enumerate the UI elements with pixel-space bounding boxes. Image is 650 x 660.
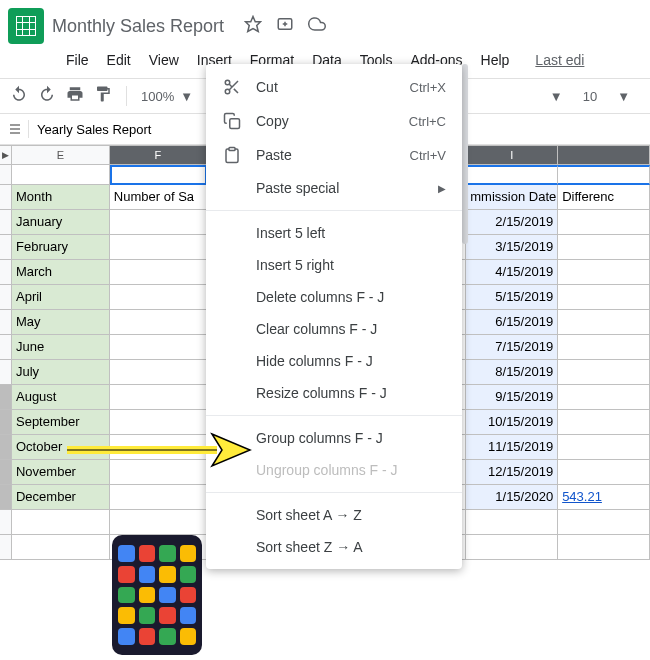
print-icon[interactable] <box>66 85 84 107</box>
cell-month[interactable]: December <box>12 485 110 510</box>
zoom-dropdown[interactable]: 100%▼ <box>141 89 193 104</box>
cell-month[interactable]: June <box>12 335 110 360</box>
row-header[interactable] <box>0 235 12 260</box>
column-header-f[interactable]: F <box>110 145 207 165</box>
expand-arrow-icon[interactable]: ▶ <box>0 145 12 165</box>
cell[interactable] <box>558 335 650 360</box>
svg-marker-0 <box>246 17 261 32</box>
cell-date[interactable]: 9/15/2019 <box>466 385 558 410</box>
cell-date[interactable]: 12/15/2019 <box>466 460 558 485</box>
context-menu: Cut Ctrl+X Copy Ctrl+C Paste Ctrl+V Past… <box>206 64 462 569</box>
cell[interactable] <box>110 485 207 510</box>
cell[interactable] <box>110 235 207 260</box>
menu-edit[interactable]: Edit <box>99 48 139 72</box>
cell-date[interactable]: 3/15/2019 <box>466 235 558 260</box>
menu-paste[interactable]: Paste Ctrl+V <box>206 138 462 172</box>
sheets-app-icon[interactable] <box>8 8 44 44</box>
cell[interactable] <box>110 310 207 335</box>
cell-month[interactable]: January <box>12 210 110 235</box>
cell[interactable] <box>558 210 650 235</box>
cell-date[interactable]: 10/15/2019 <box>466 410 558 435</box>
star-icon[interactable] <box>244 15 262 37</box>
cell[interactable] <box>558 385 650 410</box>
row-header[interactable] <box>0 410 12 435</box>
last-edit-link[interactable]: Last edi <box>527 48 592 72</box>
menu-paste-special[interactable]: Paste special ▶ <box>206 172 462 204</box>
menu-insert-right[interactable]: Insert 5 right <box>206 249 462 281</box>
menu-delete-columns[interactable]: Delete columns F - J <box>206 281 462 313</box>
row-header[interactable] <box>0 435 12 460</box>
row-header[interactable] <box>0 360 12 385</box>
cell[interactable] <box>110 260 207 285</box>
menu-hide-columns[interactable]: Hide columns F - J <box>206 345 462 377</box>
undo-icon[interactable] <box>10 85 28 107</box>
menu-view[interactable]: View <box>141 48 187 72</box>
cell-date[interactable]: 6/15/2019 <box>466 310 558 335</box>
cell-date[interactable]: 5/15/2019 <box>466 285 558 310</box>
cell[interactable] <box>558 435 650 460</box>
cell-month[interactable]: February <box>12 235 110 260</box>
cell[interactable] <box>110 285 207 310</box>
cell-month[interactable]: May <box>12 310 110 335</box>
menu-copy[interactable]: Copy Ctrl+C <box>206 104 462 138</box>
menu-resize-columns[interactable]: Resize columns F - J <box>206 377 462 409</box>
redo-icon[interactable] <box>38 85 56 107</box>
column-header-e[interactable]: E <box>12 145 110 165</box>
cell[interactable] <box>110 385 207 410</box>
cell-date[interactable]: 8/15/2019 <box>466 360 558 385</box>
document-title[interactable]: Monthly Sales Report <box>52 16 224 37</box>
cell-month[interactable]: April <box>12 285 110 310</box>
row-header[interactable] <box>0 285 12 310</box>
menu-sort-za[interactable]: Sort sheet Z → A <box>206 531 462 563</box>
move-icon[interactable] <box>276 15 294 37</box>
cell-date[interactable]: 7/15/2019 <box>466 335 558 360</box>
cloud-icon[interactable] <box>308 15 326 37</box>
cell[interactable] <box>558 360 650 385</box>
row-header[interactable] <box>0 485 12 510</box>
cell-date[interactable]: 11/15/2019 <box>466 435 558 460</box>
menu-file[interactable]: File <box>58 48 97 72</box>
cell-date[interactable]: 1/15/2020 <box>466 485 558 510</box>
header-commission[interactable]: mmission Date <box>466 185 558 210</box>
menu-help[interactable]: Help <box>473 48 518 72</box>
cell[interactable] <box>558 310 650 335</box>
cell[interactable] <box>558 410 650 435</box>
menu-sort-az[interactable]: Sort sheet A → Z <box>206 499 462 531</box>
cell[interactable] <box>110 335 207 360</box>
paint-format-icon[interactable] <box>94 85 112 107</box>
embedded-image[interactable] <box>112 535 202 655</box>
row-header[interactable] <box>0 335 12 360</box>
row-header[interactable] <box>0 260 12 285</box>
cell-month[interactable]: March <box>12 260 110 285</box>
cell[interactable] <box>558 260 650 285</box>
menu-insert-left[interactable]: Insert 5 left <box>206 217 462 249</box>
tab-handle-icon[interactable] <box>10 124 20 134</box>
menu-clear-columns[interactable]: Clear columns F - J <box>206 313 462 345</box>
row-header[interactable] <box>0 310 12 335</box>
header-difference[interactable]: Differenc <box>558 185 650 210</box>
header-sales[interactable]: Number of Sa <box>110 185 207 210</box>
active-cell[interactable] <box>110 165 207 185</box>
cell[interactable] <box>558 235 650 260</box>
menu-cut[interactable]: Cut Ctrl+X <box>206 70 462 104</box>
cell-date[interactable]: 2/15/2019 <box>466 210 558 235</box>
menu-scrollbar[interactable] <box>462 64 468 244</box>
cell[interactable] <box>110 360 207 385</box>
sheet-tab[interactable]: Yearly Sales Report <box>37 122 151 137</box>
row-header[interactable] <box>0 210 12 235</box>
header-month[interactable]: Month <box>12 185 110 210</box>
cell-date[interactable]: 4/15/2019 <box>466 260 558 285</box>
cell[interactable] <box>110 210 207 235</box>
row-header[interactable] <box>0 385 12 410</box>
font-size-dropdown[interactable]: ▼ <box>617 89 630 104</box>
cell[interactable] <box>558 460 650 485</box>
cell-month[interactable]: August <box>12 385 110 410</box>
font-dropdown[interactable]: ▼ <box>550 89 563 104</box>
cell-month[interactable]: July <box>12 360 110 385</box>
cell[interactable]: 543.21 <box>558 485 650 510</box>
column-header-i[interactable]: I <box>466 145 558 165</box>
cell[interactable] <box>558 285 650 310</box>
row-header[interactable] <box>0 460 12 485</box>
column-header-j[interactable] <box>558 145 650 165</box>
font-size-value[interactable]: 10 <box>583 89 597 104</box>
